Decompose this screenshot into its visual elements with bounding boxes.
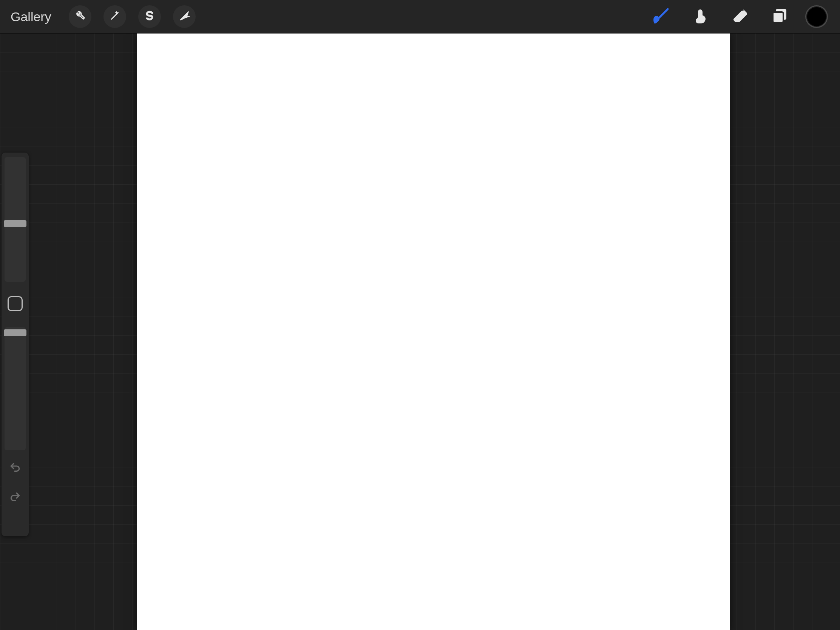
toolbar-right-group [648, 3, 828, 30]
top-toolbar: Gallery [0, 0, 840, 33]
actions-button[interactable] [69, 5, 92, 28]
undo-button[interactable] [6, 459, 24, 477]
svg-rect-1 [773, 12, 783, 23]
modify-button[interactable] [8, 296, 23, 311]
drawing-canvas[interactable] [137, 33, 730, 630]
arrow-cursor-icon [178, 9, 191, 24]
adjustments-button[interactable] [104, 5, 126, 28]
transform-button[interactable] [173, 5, 196, 28]
selection-button[interactable] [138, 5, 161, 28]
paint-brush-icon [653, 7, 671, 27]
s-ribbon-icon [143, 9, 156, 24]
undo-redo-group [6, 459, 24, 507]
brush-tool-button[interactable] [648, 3, 675, 30]
layers-button[interactable] [766, 3, 793, 30]
wand-icon [108, 9, 121, 24]
undo-icon [8, 461, 22, 475]
side-slider-panel [2, 153, 29, 536]
eraser-icon [731, 7, 749, 27]
finger-smudge-icon [692, 7, 710, 27]
brush-opacity-slider[interactable] [5, 327, 26, 450]
brush-size-thumb[interactable] [4, 220, 27, 227]
gallery-button[interactable]: Gallery [11, 9, 51, 24]
layers-icon [771, 7, 789, 27]
brush-size-slider[interactable] [5, 157, 26, 282]
wrench-icon [74, 9, 87, 24]
color-picker-button[interactable] [805, 5, 828, 28]
redo-icon [8, 491, 22, 505]
smudge-tool-button[interactable] [687, 3, 715, 30]
redo-button[interactable] [6, 489, 24, 507]
brush-opacity-thumb[interactable] [4, 329, 27, 336]
eraser-tool-button[interactable] [727, 3, 754, 30]
toolbar-left-group: Gallery [11, 5, 196, 28]
